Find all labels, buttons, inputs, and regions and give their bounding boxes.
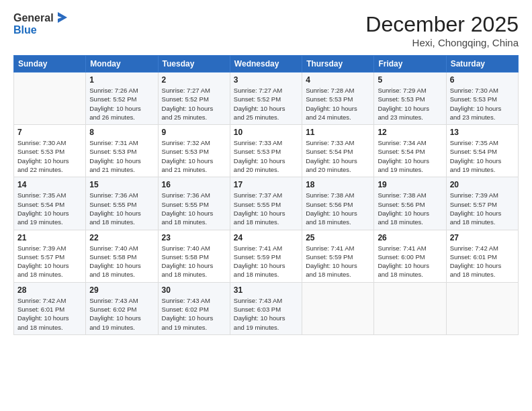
day-info: Sunrise: 7:26 AMSunset: 5:52 PMDaylight:…: [89, 86, 154, 122]
day-number: 8: [89, 128, 154, 137]
calendar-cell: 15Sunrise: 7:36 AMSunset: 5:55 PMDayligh…: [86, 177, 158, 230]
day-info: Sunrise: 7:33 AMSunset: 5:53 PMDaylight:…: [234, 138, 298, 174]
day-number: 12: [378, 128, 442, 137]
weekday-header-friday: Friday: [374, 56, 446, 73]
logo-blue-text: Blue: [13, 24, 37, 36]
day-number: 17: [234, 180, 298, 189]
weekday-header-sunday: Sunday: [14, 56, 86, 73]
day-info: Sunrise: 7:33 AMSunset: 5:54 PMDaylight:…: [306, 138, 370, 174]
calendar-cell: 2Sunrise: 7:27 AMSunset: 5:52 PMDaylight…: [158, 73, 230, 125]
day-info: Sunrise: 7:39 AMSunset: 5:57 PMDaylight:…: [450, 191, 515, 226]
day-number: 2: [162, 75, 226, 85]
svg-marker-0: [58, 12, 67, 23]
logo: General Blue: [13, 12, 67, 36]
day-number: 6: [450, 75, 515, 85]
day-info: Sunrise: 7:39 AMSunset: 5:57 PMDaylight:…: [17, 244, 82, 279]
weekday-header-monday: Monday: [86, 56, 158, 73]
calendar-cell: 30Sunrise: 7:43 AMSunset: 6:02 PMDayligh…: [158, 282, 230, 334]
day-info: Sunrise: 7:41 AMSunset: 5:59 PMDaylight:…: [234, 244, 298, 279]
calendar-cell: 14Sunrise: 7:35 AMSunset: 5:54 PMDayligh…: [14, 177, 86, 230]
day-number: 11: [306, 128, 370, 137]
page: General Blue December 2025 Hexi, Chongqi…: [0, 0, 532, 411]
calendar-cell: 12Sunrise: 7:34 AMSunset: 5:54 PMDayligh…: [374, 125, 446, 177]
calendar-cell: 29Sunrise: 7:43 AMSunset: 6:02 PMDayligh…: [86, 282, 158, 334]
calendar-cell: 24Sunrise: 7:41 AMSunset: 5:59 PMDayligh…: [230, 230, 302, 282]
day-info: Sunrise: 7:30 AMSunset: 5:53 PMDaylight:…: [17, 138, 82, 174]
logo-icon: [55, 11, 67, 24]
day-info: Sunrise: 7:42 AMSunset: 6:01 PMDaylight:…: [17, 296, 82, 332]
day-number: 3: [234, 75, 298, 85]
month-title: December 2025: [365, 12, 519, 37]
day-number: 13: [450, 128, 515, 137]
calendar-cell: 13Sunrise: 7:35 AMSunset: 5:54 PMDayligh…: [446, 125, 518, 177]
day-info: Sunrise: 7:32 AMSunset: 5:53 PMDaylight:…: [162, 138, 226, 174]
day-info: Sunrise: 7:43 AMSunset: 6:02 PMDaylight:…: [162, 296, 226, 332]
day-info: Sunrise: 7:40 AMSunset: 5:58 PMDaylight:…: [89, 244, 154, 279]
day-number: 30: [162, 285, 226, 295]
day-number: 24: [234, 233, 298, 242]
calendar-cell: 6Sunrise: 7:30 AMSunset: 5:53 PMDaylight…: [446, 73, 518, 125]
calendar-cell: 1Sunrise: 7:26 AMSunset: 5:52 PMDaylight…: [86, 73, 158, 125]
calendar-cell: 18Sunrise: 7:38 AMSunset: 5:56 PMDayligh…: [302, 177, 374, 230]
day-info: Sunrise: 7:36 AMSunset: 5:55 PMDaylight:…: [89, 191, 154, 226]
calendar-cell: 10Sunrise: 7:33 AMSunset: 5:53 PMDayligh…: [230, 125, 302, 177]
week-row-3: 14Sunrise: 7:35 AMSunset: 5:54 PMDayligh…: [14, 177, 519, 230]
calendar-table: SundayMondayTuesdayWednesdayThursdayFrid…: [13, 55, 519, 335]
week-row-5: 28Sunrise: 7:42 AMSunset: 6:01 PMDayligh…: [14, 282, 519, 334]
calendar-cell: [14, 73, 86, 125]
day-info: Sunrise: 7:29 AMSunset: 5:53 PMDaylight:…: [378, 86, 442, 122]
day-number: 7: [17, 128, 82, 137]
day-info: Sunrise: 7:40 AMSunset: 5:58 PMDaylight:…: [162, 244, 226, 279]
day-number: 1: [89, 75, 154, 85]
calendar-cell: 27Sunrise: 7:42 AMSunset: 6:01 PMDayligh…: [446, 230, 518, 282]
day-info: Sunrise: 7:38 AMSunset: 5:56 PMDaylight:…: [378, 191, 442, 226]
week-row-1: 1Sunrise: 7:26 AMSunset: 5:52 PMDaylight…: [14, 73, 519, 125]
calendar-cell: 9Sunrise: 7:32 AMSunset: 5:53 PMDaylight…: [158, 125, 230, 177]
calendar-cell: 5Sunrise: 7:29 AMSunset: 5:53 PMDaylight…: [374, 73, 446, 125]
day-number: 15: [89, 180, 154, 189]
calendar-cell: [374, 282, 446, 334]
title-block: December 2025 Hexi, Chongqing, China: [365, 12, 519, 48]
day-info: Sunrise: 7:36 AMSunset: 5:55 PMDaylight:…: [162, 191, 226, 226]
weekday-header-saturday: Saturday: [446, 56, 518, 73]
day-number: 5: [378, 75, 442, 85]
calendar-cell: 22Sunrise: 7:40 AMSunset: 5:58 PMDayligh…: [86, 230, 158, 282]
calendar-cell: 4Sunrise: 7:28 AMSunset: 5:53 PMDaylight…: [302, 73, 374, 125]
calendar-cell: 31Sunrise: 7:43 AMSunset: 6:03 PMDayligh…: [230, 282, 302, 334]
day-info: Sunrise: 7:35 AMSunset: 5:54 PMDaylight:…: [17, 191, 82, 226]
location-subtitle: Hexi, Chongqing, China: [365, 37, 519, 48]
day-number: 10: [234, 128, 298, 137]
day-number: 28: [17, 285, 82, 295]
day-number: 16: [162, 180, 226, 189]
day-info: Sunrise: 7:30 AMSunset: 5:53 PMDaylight:…: [450, 86, 515, 122]
day-info: Sunrise: 7:27 AMSunset: 5:52 PMDaylight:…: [234, 86, 298, 122]
calendar-cell: 17Sunrise: 7:37 AMSunset: 5:55 PMDayligh…: [230, 177, 302, 230]
day-info: Sunrise: 7:35 AMSunset: 5:54 PMDaylight:…: [450, 138, 515, 174]
weekday-header-wednesday: Wednesday: [230, 56, 302, 73]
day-number: 20: [450, 180, 515, 189]
day-number: 27: [450, 233, 515, 242]
day-info: Sunrise: 7:38 AMSunset: 5:56 PMDaylight:…: [306, 191, 370, 226]
calendar-cell: 20Sunrise: 7:39 AMSunset: 5:57 PMDayligh…: [446, 177, 518, 230]
calendar-cell: [446, 282, 518, 334]
calendar-cell: 23Sunrise: 7:40 AMSunset: 5:58 PMDayligh…: [158, 230, 230, 282]
day-info: Sunrise: 7:31 AMSunset: 5:53 PMDaylight:…: [89, 138, 154, 174]
calendar-cell: 25Sunrise: 7:41 AMSunset: 5:59 PMDayligh…: [302, 230, 374, 282]
calendar-cell: 8Sunrise: 7:31 AMSunset: 5:53 PMDaylight…: [86, 125, 158, 177]
header: General Blue December 2025 Hexi, Chongqi…: [13, 12, 519, 48]
day-info: Sunrise: 7:43 AMSunset: 6:02 PMDaylight:…: [89, 296, 154, 332]
calendar-cell: 21Sunrise: 7:39 AMSunset: 5:57 PMDayligh…: [14, 230, 86, 282]
day-info: Sunrise: 7:28 AMSunset: 5:53 PMDaylight:…: [306, 86, 370, 122]
day-number: 9: [162, 128, 226, 137]
calendar-cell: 7Sunrise: 7:30 AMSunset: 5:53 PMDaylight…: [14, 125, 86, 177]
weekday-header-tuesday: Tuesday: [158, 56, 230, 73]
day-number: 26: [378, 233, 442, 242]
week-row-4: 21Sunrise: 7:39 AMSunset: 5:57 PMDayligh…: [14, 230, 519, 282]
day-info: Sunrise: 7:27 AMSunset: 5:52 PMDaylight:…: [162, 86, 226, 122]
day-info: Sunrise: 7:41 AMSunset: 5:59 PMDaylight:…: [306, 244, 370, 279]
calendar-cell: 3Sunrise: 7:27 AMSunset: 5:52 PMDaylight…: [230, 73, 302, 125]
calendar-cell: [302, 282, 374, 334]
day-number: 14: [17, 180, 82, 189]
calendar-cell: 16Sunrise: 7:36 AMSunset: 5:55 PMDayligh…: [158, 177, 230, 230]
day-number: 21: [17, 233, 82, 242]
